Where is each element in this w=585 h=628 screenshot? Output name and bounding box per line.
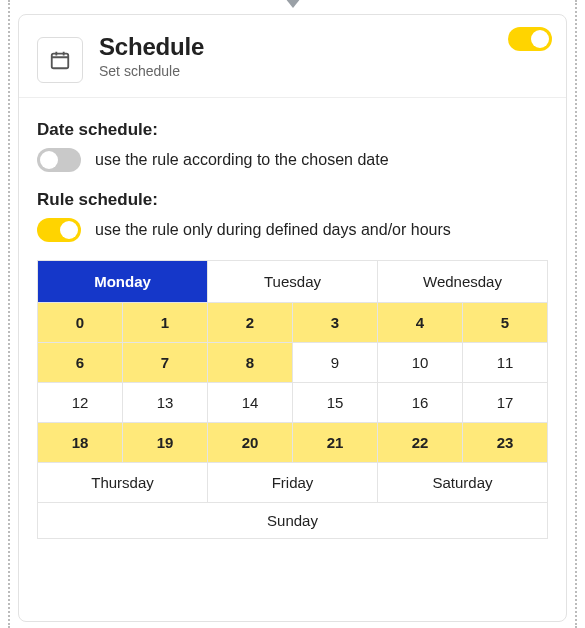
hour-cell[interactable]: 11 bbox=[463, 343, 548, 383]
hour-cell[interactable]: 9 bbox=[293, 343, 378, 383]
hour-cell[interactable]: 12 bbox=[38, 383, 123, 423]
date-schedule-row: use the rule according to the chosen dat… bbox=[37, 148, 548, 172]
hour-cell[interactable]: 17 bbox=[463, 383, 548, 423]
day-tab-thursday[interactable]: Thursday bbox=[38, 463, 208, 503]
day-tab-sunday[interactable]: Sunday bbox=[38, 503, 548, 539]
day-header-row: Monday Tuesday Wednesday bbox=[38, 261, 548, 303]
hour-cell[interactable]: 16 bbox=[378, 383, 463, 423]
day-sunday-row: Sunday bbox=[38, 503, 548, 539]
hour-cell[interactable]: 19 bbox=[123, 423, 208, 463]
rule-schedule-label: Rule schedule: bbox=[37, 190, 548, 210]
day-tab-wednesday[interactable]: Wednesday bbox=[378, 261, 548, 303]
hour-cell[interactable]: 7 bbox=[123, 343, 208, 383]
card-body: Date schedule: use the rule according to… bbox=[19, 98, 566, 551]
collapse-caret-icon bbox=[285, 0, 301, 8]
calendar-icon bbox=[37, 37, 83, 83]
schedule-table: Monday Tuesday Wednesday 0 1 2 3 4 5 6 7… bbox=[37, 260, 548, 539]
date-schedule-toggle[interactable] bbox=[37, 148, 81, 172]
hour-cell[interactable]: 20 bbox=[208, 423, 293, 463]
hour-cell[interactable]: 10 bbox=[378, 343, 463, 383]
hour-cell[interactable]: 3 bbox=[293, 303, 378, 343]
rule-schedule-toggle[interactable] bbox=[37, 218, 81, 242]
day-tab-saturday[interactable]: Saturday bbox=[378, 463, 548, 503]
day-tab-friday[interactable]: Friday bbox=[208, 463, 378, 503]
svg-rect-0 bbox=[52, 54, 69, 69]
card-header: Schedule Set schedule bbox=[19, 15, 566, 98]
card-subtitle: Set schedule bbox=[99, 63, 204, 79]
hour-cell[interactable]: 0 bbox=[38, 303, 123, 343]
schedule-card: Schedule Set schedule Date schedule: use… bbox=[18, 14, 567, 622]
day-bottom-row: Thursday Friday Saturday bbox=[38, 463, 548, 503]
master-toggle[interactable] bbox=[508, 27, 552, 51]
rule-schedule-row: use the rule only during defined days an… bbox=[37, 218, 548, 242]
hour-cell[interactable]: 22 bbox=[378, 423, 463, 463]
hour-cell[interactable]: 18 bbox=[38, 423, 123, 463]
hour-cell[interactable]: 5 bbox=[463, 303, 548, 343]
hour-cell[interactable]: 15 bbox=[293, 383, 378, 423]
hour-cell[interactable]: 1 bbox=[123, 303, 208, 343]
day-tab-monday[interactable]: Monday bbox=[38, 261, 208, 303]
hour-cell[interactable]: 23 bbox=[463, 423, 548, 463]
date-schedule-description: use the rule according to the chosen dat… bbox=[95, 151, 389, 169]
hour-cell[interactable]: 21 bbox=[293, 423, 378, 463]
hour-cell[interactable]: 8 bbox=[208, 343, 293, 383]
rule-schedule-description: use the rule only during defined days an… bbox=[95, 221, 451, 239]
hour-cell[interactable]: 2 bbox=[208, 303, 293, 343]
hour-cell[interactable]: 4 bbox=[378, 303, 463, 343]
hour-cell[interactable]: 14 bbox=[208, 383, 293, 423]
hour-cell[interactable]: 6 bbox=[38, 343, 123, 383]
day-tab-tuesday[interactable]: Tuesday bbox=[208, 261, 378, 303]
hour-cell[interactable]: 13 bbox=[123, 383, 208, 423]
card-title: Schedule bbox=[99, 33, 204, 61]
date-schedule-label: Date schedule: bbox=[37, 120, 548, 140]
